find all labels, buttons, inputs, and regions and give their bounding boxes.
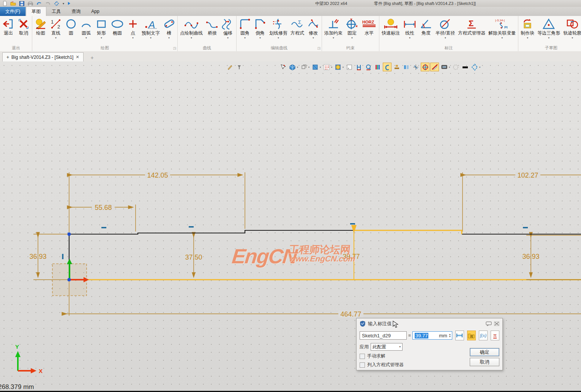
pi-icon: π <box>493 333 497 338</box>
new-tab-button[interactable]: + <box>87 54 97 61</box>
dropdown-arrow-icon[interactable]: ▾ <box>244 36 246 39</box>
tab-close-icon[interactable]: ✕ <box>76 55 79 60</box>
offset-button[interactable]: 偏移 ▾ <box>220 16 235 39</box>
arc-button[interactable]: 圆弧 ▾ <box>79 16 94 39</box>
horizontal-button[interactable]: HORZ 水平 <box>360 16 378 36</box>
modify-icon <box>307 17 319 30</box>
bridge-button[interactable]: 桥接 <box>204 16 220 36</box>
radius-diameter-button[interactable]: 半径/直径 ▾ <box>434 16 456 39</box>
dropdown-arrow-icon[interactable]: ▾ <box>527 36 529 39</box>
open-file-icon[interactable] <box>10 1 16 6</box>
dropdown-arrow-icon[interactable]: ▾ <box>278 36 279 39</box>
fillet-button[interactable]: 圆角 ▾ <box>237 16 253 39</box>
fix-button[interactable]: 固定 ▾ <box>344 16 360 39</box>
modify-button[interactable]: 修改 ▾ <box>306 16 321 39</box>
dropdown-arrow-icon[interactable]: ▾ <box>548 36 550 39</box>
group-name-constraint: 约束 <box>323 44 378 51</box>
ribbon-group-edit-curve: 圆角 ▾ 倒角 ▾ 划线修剪 ▾ Σ 方程式 修改 ▾ 编 <box>237 16 322 51</box>
watermark-line2: www.EngCN.com <box>289 254 356 263</box>
track-profile-button[interactable]: 轨迹轮廓 ▾ <box>562 16 581 39</box>
sketch-point[interactable] <box>68 233 71 236</box>
dropdown-arrow-icon[interactable]: ▾ <box>168 36 170 39</box>
line-button[interactable]: 12 直线 ▾ <box>48 16 63 39</box>
dropdown-arrow-icon[interactable]: ▾ <box>191 36 192 39</box>
dialog-launcher-icon[interactable]: ◳ <box>317 46 320 50</box>
dimension-value-input[interactable]: 39.77 mm ▲▼ <box>412 331 452 340</box>
dropdown-arrow-icon[interactable]: ▾ <box>409 36 410 39</box>
tab-inquire[interactable]: 查询 <box>66 7 86 16</box>
quick-dimension-button[interactable]: 快速标注 <box>380 16 401 36</box>
dropdown-arrow-icon[interactable]: ▾ <box>101 36 102 39</box>
save-icon[interactable] <box>19 1 24 6</box>
sketch-canvas[interactable]: ▾ ▾ ▾ ▾ ▾ ▾ ▾ <box>0 61 581 392</box>
comment-icon[interactable] <box>486 321 492 326</box>
linear-dimension-button[interactable]: 线性 ▾ <box>401 16 418 39</box>
redo-icon[interactable] <box>45 2 51 5</box>
sketch-button[interactable]: 绘图 <box>33 16 48 36</box>
tab-tools[interactable]: 工具 <box>46 7 66 16</box>
equation-manager-checkbox[interactable] <box>360 362 365 368</box>
cancel-button-dialog[interactable]: 取消 <box>470 358 499 366</box>
dropdown-arrow-icon[interactable]: ▾ <box>351 36 353 39</box>
dropdown-arrow-icon[interactable]: ▾ <box>313 36 314 39</box>
unlink-variable-button[interactable]: |-3,14-|PI 解除关联变量 ▾ <box>487 16 517 39</box>
arc-icon <box>80 17 92 30</box>
customize-qat-icon[interactable]: ▾ <box>63 2 64 5</box>
dropdown-arrow-icon[interactable]: ▾ <box>85 36 87 39</box>
cancel-button[interactable]: 取消 <box>16 16 31 36</box>
x-axis-arrowhead-icon <box>31 368 36 373</box>
slot-button[interactable]: 槽 ▾ <box>161 16 177 39</box>
tab-sketch[interactable]: 草图 <box>26 6 46 16</box>
value-spinner[interactable]: ▲▼ <box>448 333 451 338</box>
apply-config-dropdown[interactable]: 此配置 ▾ <box>371 343 403 351</box>
equation-manager-button[interactable]: Σ 方程式管理器 <box>456 16 487 36</box>
tab-app[interactable]: App <box>86 7 104 16</box>
add-constraint-button[interactable]: 添加约束 ▾ <box>323 16 344 39</box>
expression-button[interactable]: f(x) <box>479 331 488 340</box>
shaft-profile-highlighted[interactable] <box>353 230 462 234</box>
make-block-button[interactable]: 制作块 ▾ <box>519 16 536 39</box>
dropdown-arrow-icon[interactable]: ▾ <box>333 36 334 39</box>
dialog-close-icon[interactable] <box>494 321 499 326</box>
ok-button[interactable]: 确定 <box>470 348 499 356</box>
trim-button[interactable]: 划线修剪 ▾ <box>268 16 289 39</box>
constant-pi-button[interactable]: π <box>491 331 499 340</box>
point-button[interactable]: 点 ▾ <box>126 16 140 39</box>
measure-button[interactable] <box>455 331 464 340</box>
regen-icon[interactable] <box>54 1 59 6</box>
point-curve-button[interactable]: 点绘制曲线 ▾ <box>178 16 204 39</box>
app-title: 中望3D 2022 x64 <box>315 1 347 6</box>
variable-browser-button[interactable]: π <box>467 331 476 340</box>
ellipse-button[interactable]: 椭圆 <box>109 16 126 36</box>
undo-icon[interactable] <box>36 2 42 5</box>
equation-button[interactable]: Σ 方程式 <box>289 16 306 36</box>
rectangle-button[interactable]: 矩形 ▾ <box>94 16 109 39</box>
chamfer-button[interactable]: 倒角 ▾ <box>253 16 268 39</box>
svg-text:Σ: Σ <box>469 19 474 28</box>
dropdown-arrow-icon[interactable]: ▾ <box>227 36 229 39</box>
circle-button[interactable]: 圆 <box>63 16 79 36</box>
manual-solve-checkbox[interactable] <box>360 354 365 359</box>
dropdown-arrow-icon[interactable]: ▾ <box>445 36 446 39</box>
document-tab-active[interactable]: + Big shaft-V2014.Z3 - [Sketch1] ✕ <box>2 52 84 61</box>
dimension-name-input[interactable]: Sketch1_d29 <box>360 331 407 340</box>
dropdown-arrow-icon[interactable]: ▾ <box>55 36 57 39</box>
ready-text-button[interactable]: A 预制文字 ▾ <box>140 16 161 39</box>
dialog-launcher-icon[interactable]: ◳ <box>173 46 176 50</box>
sketch-point[interactable] <box>68 278 71 282</box>
dropdown-arrow-icon[interactable]: ▾ <box>132 36 134 39</box>
group-name-exit: 退出 <box>1 44 31 51</box>
input-dimension-value-dialog[interactable]: 输入标注值 Sketch1_d29 = 39.77 mm ▲▼ π f(x) π… <box>356 318 503 370</box>
tab-file[interactable]: 文件(F) <box>0 7 26 16</box>
dialog-title-bar[interactable]: 输入标注值 <box>357 318 502 328</box>
equilateral-triangle-button[interactable]: 等边三角形 ▾ <box>536 16 562 39</box>
print-icon[interactable] <box>28 2 33 6</box>
new-file-icon[interactable] <box>3 1 7 6</box>
dropdown-arrow-icon[interactable]: ▾ <box>150 36 152 39</box>
play-icon[interactable] <box>68 2 71 5</box>
dropdown-arrow-icon[interactable]: ▾ <box>572 36 573 39</box>
angle-dimension-button[interactable]: 角度 <box>418 16 434 36</box>
dropdown-arrow-icon[interactable]: ▾ <box>259 36 261 39</box>
exit-button[interactable]: 退出 <box>1 16 16 36</box>
dropdown-arrow-icon[interactable]: ▾ <box>502 36 503 39</box>
